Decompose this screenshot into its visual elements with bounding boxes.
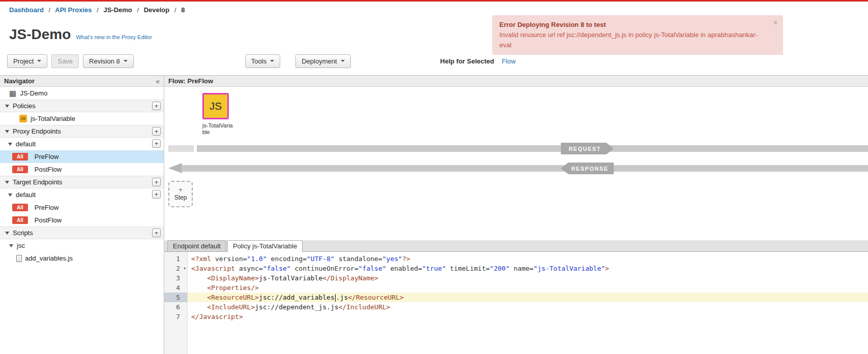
code-line[interactable]: <ResourceURL>jsc://add_variables.js</Res… [188, 293, 868, 302]
tools-menu-button[interactable]: Tools [245, 54, 280, 68]
navigator-header: Navigator « [0, 76, 164, 87]
chevron-down-icon [270, 60, 274, 62]
revision-menu-label: Revision 8 [89, 57, 120, 65]
code-token-plain [335, 255, 339, 263]
breadcrumb-api-proxies[interactable]: API Proxies [55, 6, 92, 14]
code-token-tag: <ResourceURL> [207, 294, 259, 301]
sidebar-item-proxy-postflow[interactable]: All PostFlow [0, 163, 164, 176]
code-token-tag: </DisplayName> [322, 274, 378, 282]
breadcrumb-separator: / [97, 6, 99, 14]
sidebar-item-proxy-preflow[interactable]: All PreFlow [0, 150, 164, 163]
code-line[interactable]: <Properties/> [188, 283, 868, 293]
project-menu-button[interactable]: Project [7, 54, 47, 68]
disclosure-triangle-icon[interactable] [9, 244, 13, 247]
policy-node-js-totalvariable[interactable]: JS js-TotalVariable [202, 93, 238, 136]
code-token-val: "yes" [382, 255, 402, 263]
code-gutter: 12▾34567 [164, 252, 188, 354]
disclosure-triangle-icon[interactable] [8, 143, 12, 146]
request-arrow-badge: REQUEST [561, 143, 614, 154]
code-token-tag: <IncludeURL> [207, 303, 255, 311]
code-token-tag: <Javascript [191, 265, 239, 272]
javascript-policy-icon[interactable]: JS [202, 93, 229, 119]
sidebar-item-add-variables-js[interactable]: add_variables.js [0, 252, 164, 265]
code-panel: Endpoint default Policy js-TotalVariable… [164, 240, 868, 354]
sidebar-section-target-endpoints[interactable]: Target Endpoints + [0, 176, 164, 188]
error-deploy-banner: Error Deploying Revision 8 to test Inval… [492, 15, 783, 55]
error-banner-title: Error Deploying Revision 8 to test [499, 20, 766, 30]
sidebar-item-jsc[interactable]: jsc [0, 239, 164, 252]
sidebar-item-target-default[interactable]: default + [0, 188, 164, 201]
save-button[interactable]: Save [51, 54, 79, 68]
add-step-button[interactable]: + Step [168, 181, 193, 207]
add-policy-button[interactable]: + [152, 102, 161, 110]
disclosure-triangle-icon[interactable] [5, 130, 9, 133]
breadcrumb-dashboard[interactable]: Dashboard [9, 6, 44, 14]
request-flow-stub [168, 145, 194, 152]
sidebar-section-policies[interactable]: Policies + [0, 100, 164, 112]
code-fold-icon[interactable]: ▾ [184, 264, 186, 273]
code-token-val: "1.0" [247, 255, 267, 263]
flow-title: Flow: PreFlow [168, 77, 213, 85]
code-line[interactable]: </Javascript> [188, 312, 868, 321]
error-banner-message: Invalid resource url ref jsc://dependent… [499, 30, 766, 50]
whats-new-link[interactable]: What's new in the Proxy Editor [76, 34, 152, 40]
response-arrow-badge: RESPONSE [561, 163, 614, 174]
deployment-menu-button[interactable]: Deployment [295, 54, 350, 68]
code-token-plain [446, 265, 450, 272]
tab-policy-js-totalvariable[interactable]: Policy js-TotalVariable [227, 240, 303, 252]
code-line[interactable]: <Javascript async="false" continueOnErro… [188, 264, 868, 273]
code-token-plain: jsc://add_variables [259, 294, 335, 301]
code-token-attr: version= [215, 255, 247, 263]
tab-endpoint-default[interactable]: Endpoint default [167, 240, 226, 252]
add-script-button[interactable]: + [152, 229, 161, 237]
section-label: Target Endpoints [13, 178, 63, 186]
workspace: Navigator « ▦ JS-Demo Policies + JS js-T… [0, 75, 868, 354]
response-arrowhead-icon [168, 163, 182, 173]
disclosure-triangle-icon[interactable] [5, 105, 9, 108]
sidebar-item-target-postflow[interactable]: All PostFlow [0, 214, 164, 227]
collapse-panel-icon[interactable]: « [156, 77, 160, 85]
close-icon[interactable]: × [773, 18, 778, 28]
code-token-plain [510, 265, 514, 272]
all-badge: All [12, 153, 28, 160]
add-proxy-flow-button[interactable]: + [152, 139, 161, 148]
flow-help-link[interactable]: Flow [502, 57, 516, 65]
code-token-tag: > [605, 265, 609, 272]
sidebar-item-label: JS-Demo [20, 89, 47, 97]
revision-menu-button[interactable]: Revision 8 [83, 54, 134, 68]
help-for-selected-label: Help for Selected [440, 57, 494, 65]
code-line[interactable]: <DisplayName>js-TotalVariable</DisplayNa… [188, 273, 868, 283]
code-token-attr: enabled= [390, 265, 422, 272]
code-line[interactable]: <IncludeURL>jsc://dependent_js.js</Inclu… [188, 302, 868, 312]
breadcrumb-separator: / [137, 6, 139, 14]
code-line[interactable]: <?xml version="1.0" encoding="UTF-8" sta… [188, 254, 868, 264]
code-editor[interactable]: 12▾34567 <?xml version="1.0" encoding="U… [164, 252, 868, 354]
sidebar-item-proxy-default[interactable]: default + [0, 138, 164, 150]
gutter-line-number: 3 [164, 273, 187, 283]
code-token-tag: <Properties/> [207, 284, 259, 292]
code-lines[interactable]: <?xml version="1.0" encoding="UTF-8" sta… [188, 252, 868, 354]
policy-node-label: js-TotalVariable [202, 122, 233, 136]
flow-item-label: PreFlow [35, 204, 59, 211]
policy-icon-text: JS [209, 100, 222, 112]
add-proxy-endpoint-button[interactable]: + [152, 127, 161, 136]
deployment-menu-label: Deployment [302, 57, 337, 65]
disclosure-triangle-icon[interactable] [5, 232, 9, 235]
breadcrumb-separator: / [174, 6, 176, 14]
sidebar-item-js-totalvariable[interactable]: JS js-TotalVariable [0, 112, 164, 125]
sidebar-item-jsdemo[interactable]: ▦ JS-Demo [0, 87, 164, 100]
code-token-plain: jsc://dependent_js.js [255, 303, 338, 311]
gutter-line-number: 5 [164, 293, 187, 302]
sidebar-section-scripts[interactable]: Scripts + [0, 227, 164, 239]
sidebar-item-target-preflow[interactable]: All PreFlow [0, 201, 164, 214]
add-target-endpoint-button[interactable]: + [152, 178, 161, 186]
disclosure-triangle-icon[interactable] [8, 194, 12, 197]
code-token-val: "false" [263, 265, 291, 272]
gutter-line-number: 4 [164, 283, 187, 293]
add-target-flow-button[interactable]: + [152, 190, 161, 199]
disclosure-triangle-icon[interactable] [5, 181, 9, 184]
code-token-val: "UTF-8" [307, 255, 335, 263]
file-label: add_variables.js [25, 254, 73, 262]
sidebar-section-proxy-endpoints[interactable]: Proxy Endpoints + [0, 125, 164, 138]
flow-item-label: PostFlow [35, 166, 62, 173]
